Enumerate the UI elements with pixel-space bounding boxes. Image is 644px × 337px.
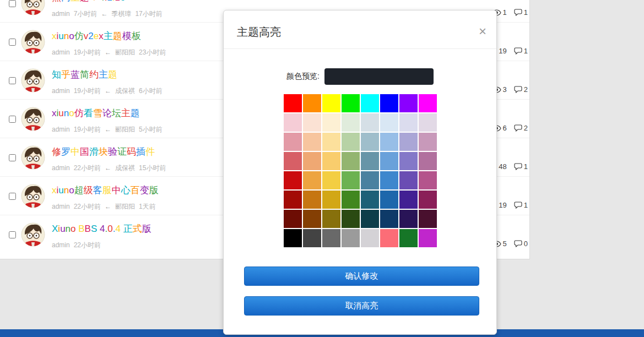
palette-color-swatch[interactable] xyxy=(342,133,360,151)
palette-color-swatch[interactable] xyxy=(322,229,340,247)
palette-color-swatch[interactable] xyxy=(284,171,302,189)
last-reply-author[interactable]: 季棋璋 xyxy=(111,10,131,18)
comment-count-value: 2 xyxy=(524,124,528,132)
palette-color-swatch[interactable] xyxy=(419,152,437,170)
thread-author[interactable]: admin xyxy=(52,203,70,210)
palette-color-swatch[interactable] xyxy=(361,133,379,151)
palette-color-swatch[interactable] xyxy=(419,210,437,228)
palette-color-swatch[interactable] xyxy=(342,113,360,132)
thread-author[interactable]: admin xyxy=(52,48,70,56)
palette-color-swatch[interactable] xyxy=(284,133,302,151)
row-checkbox[interactable] xyxy=(9,77,16,84)
thread-author[interactable]: admin xyxy=(52,126,70,133)
palette-color-swatch[interactable] xyxy=(361,229,379,247)
palette-color-swatch[interactable] xyxy=(342,152,360,170)
palette-color-swatch[interactable] xyxy=(419,229,437,247)
palette-color-swatch[interactable] xyxy=(342,210,360,228)
palette-color-swatch[interactable] xyxy=(399,94,418,112)
palette-color-swatch[interactable] xyxy=(380,133,398,151)
avatar[interactable] xyxy=(21,184,45,208)
palette-color-swatch[interactable] xyxy=(419,113,437,132)
palette-color-swatch[interactable] xyxy=(361,113,379,132)
palette-color-swatch[interactable] xyxy=(399,171,418,189)
avatar[interactable] xyxy=(21,30,45,54)
close-icon[interactable]: × xyxy=(479,25,486,38)
palette-color-swatch[interactable] xyxy=(380,171,398,189)
thread-author[interactable]: admin xyxy=(52,10,70,18)
post-time: 19小时前 xyxy=(74,48,101,56)
palette-color-swatch[interactable] xyxy=(322,152,340,170)
confirm-button[interactable]: 确认修改 xyxy=(244,267,479,286)
palette-color-swatch[interactable] xyxy=(322,133,340,151)
palette-color-swatch[interactable] xyxy=(399,229,418,247)
palette-color-swatch[interactable] xyxy=(380,113,398,132)
palette-color-swatch[interactable] xyxy=(322,210,340,228)
post-time: 22小时前 xyxy=(74,164,101,172)
last-reply-author[interactable]: 郦阳阳 xyxy=(115,48,135,56)
palette-color-swatch[interactable] xyxy=(342,94,360,112)
palette-color-swatch[interactable] xyxy=(380,94,398,112)
color-palette-grid xyxy=(284,94,437,247)
palette-color-swatch[interactable] xyxy=(322,113,340,132)
palette-color-swatch[interactable] xyxy=(303,191,321,209)
palette-color-swatch[interactable] xyxy=(399,210,418,228)
palette-color-swatch[interactable] xyxy=(399,133,418,151)
palette-color-swatch[interactable] xyxy=(342,171,360,189)
palette-color-swatch[interactable] xyxy=(303,210,321,228)
last-reply-author[interactable]: 郦阳阳 xyxy=(115,126,135,133)
palette-color-swatch[interactable] xyxy=(419,191,437,209)
palette-color-swatch[interactable] xyxy=(419,171,437,189)
palette-color-swatch[interactable] xyxy=(322,94,340,112)
avatar[interactable] xyxy=(21,222,45,247)
palette-color-swatch[interactable] xyxy=(419,94,437,112)
avatar[interactable] xyxy=(21,0,45,15)
avatar[interactable] xyxy=(21,145,45,170)
palette-color-swatch[interactable] xyxy=(303,152,321,170)
palette-color-swatch[interactable] xyxy=(419,133,437,151)
palette-color-swatch[interactable] xyxy=(380,210,398,228)
palette-color-swatch[interactable] xyxy=(342,229,360,247)
palette-color-swatch[interactable] xyxy=(303,229,321,247)
thread-title[interactable]: 热门主题 ♦ 4.1.16 xyxy=(52,0,458,4)
palette-color-swatch[interactable] xyxy=(361,191,379,209)
palette-color-swatch[interactable] xyxy=(284,152,302,170)
last-reply-author[interactable]: 成保祺 xyxy=(115,164,135,172)
palette-color-swatch[interactable] xyxy=(303,94,321,112)
thread-author[interactable]: admin xyxy=(52,241,70,249)
palette-color-swatch[interactable] xyxy=(284,191,302,209)
palette-color-swatch[interactable] xyxy=(361,210,379,228)
row-checkbox[interactable] xyxy=(9,231,16,238)
palette-color-swatch[interactable] xyxy=(322,171,340,189)
palette-color-swatch[interactable] xyxy=(303,171,321,189)
palette-color-swatch[interactable] xyxy=(284,94,302,112)
avatar[interactable] xyxy=(21,107,45,131)
thread-author[interactable]: admin xyxy=(52,87,70,95)
thread-author[interactable]: admin xyxy=(52,164,70,172)
row-checkbox[interactable] xyxy=(9,0,16,7)
avatar[interactable] xyxy=(21,68,45,93)
palette-color-swatch[interactable] xyxy=(303,113,321,132)
palette-color-swatch[interactable] xyxy=(361,171,379,189)
palette-color-swatch[interactable] xyxy=(380,152,398,170)
row-checkbox[interactable] xyxy=(9,193,16,200)
palette-color-swatch[interactable] xyxy=(361,152,379,170)
palette-color-swatch[interactable] xyxy=(342,191,360,209)
row-checkbox[interactable] xyxy=(9,116,16,123)
palette-color-swatch[interactable] xyxy=(284,210,302,228)
last-reply-author[interactable]: 成保祺 xyxy=(115,87,135,95)
row-checkbox[interactable] xyxy=(9,154,16,161)
palette-color-swatch[interactable] xyxy=(380,229,398,247)
arrow-icon: ← xyxy=(105,126,111,133)
palette-color-swatch[interactable] xyxy=(361,94,379,112)
palette-color-swatch[interactable] xyxy=(284,113,302,132)
palette-color-swatch[interactable] xyxy=(322,191,340,209)
palette-color-swatch[interactable] xyxy=(399,113,418,132)
last-reply-author[interactable]: 郦阳阳 xyxy=(115,203,135,210)
palette-color-swatch[interactable] xyxy=(284,229,302,247)
palette-color-swatch[interactable] xyxy=(399,152,418,170)
row-checkbox[interactable] xyxy=(9,39,16,46)
palette-color-swatch[interactable] xyxy=(399,191,418,209)
cancel-button[interactable]: 取消高亮 xyxy=(244,296,479,316)
palette-color-swatch[interactable] xyxy=(303,133,321,151)
palette-color-swatch[interactable] xyxy=(380,191,398,209)
